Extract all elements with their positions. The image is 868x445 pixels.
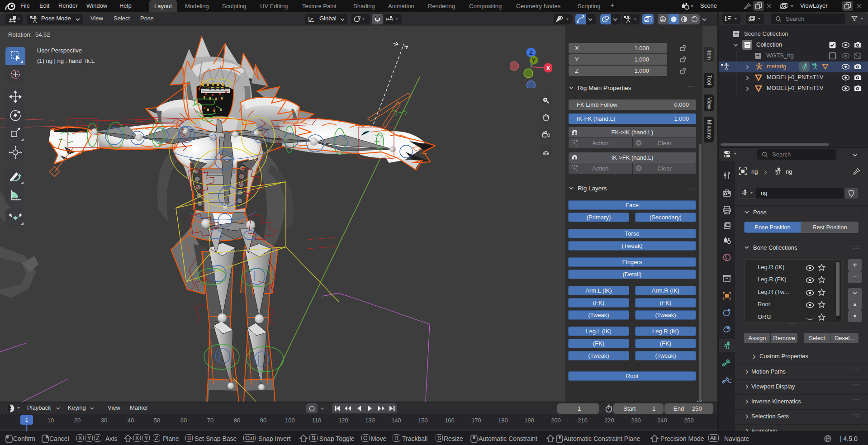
svg-text:50: 50: [154, 417, 160, 424]
svg-text:10: 10: [47, 417, 54, 424]
svg-text:Y: Y: [532, 57, 536, 64]
svg-text:150: 150: [418, 417, 428, 424]
svg-text:40: 40: [128, 417, 134, 424]
svg-text:160: 160: [445, 417, 455, 424]
svg-text:200: 200: [551, 417, 561, 424]
svg-text:80: 80: [234, 417, 240, 424]
svg-text:20: 20: [74, 417, 81, 424]
svg-text:70: 70: [207, 417, 213, 424]
svg-text:30: 30: [101, 417, 107, 424]
svg-text:100: 100: [285, 417, 295, 424]
svg-text:190: 190: [524, 417, 534, 424]
svg-text:240: 240: [657, 417, 667, 424]
svg-text:220: 220: [604, 417, 614, 424]
svg-text:250: 250: [684, 417, 694, 424]
svg-text:120: 120: [338, 417, 348, 424]
svg-text:1: 1: [25, 417, 28, 423]
svg-text:110: 110: [312, 417, 322, 424]
svg-text:180: 180: [498, 417, 508, 424]
svg-text:210: 210: [578, 417, 588, 424]
svg-text:140: 140: [391, 417, 401, 424]
svg-text:130: 130: [365, 417, 375, 424]
svg-text:Z: Z: [529, 50, 532, 56]
svg-text:170: 170: [471, 417, 481, 424]
svg-text:60: 60: [180, 417, 187, 424]
svg-text:X: X: [546, 65, 550, 71]
svg-text:90: 90: [260, 417, 266, 424]
svg-text:230: 230: [631, 417, 641, 424]
